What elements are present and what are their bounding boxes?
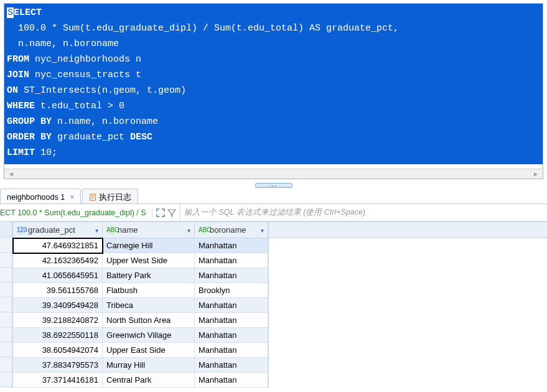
cell-graduate-pct[interactable]: 39.3409549428 — [13, 298, 103, 313]
results-grid-wrap: 123graduate_pct▾ABCname▾ABCboroname▾47.6… — [0, 222, 547, 388]
cell-graduate-pct[interactable]: 37.8834795573 — [13, 358, 103, 373]
chevron-down-icon[interactable]: ▾ — [261, 226, 264, 233]
cell-boroname[interactable]: Manhattan — [195, 298, 268, 313]
editor-horizontal-scrollbar[interactable]: ◄ ► — [4, 169, 543, 179]
tab-results-label: neighborhoods 1 — [7, 193, 65, 202]
cell-boroname[interactable]: Manhattan — [195, 343, 268, 358]
column-header-graduate_pct[interactable]: 123graduate_pct▾ — [13, 222, 103, 238]
row-handle[interactable] — [0, 253, 12, 268]
tab-log-label: 执行日志 — [99, 192, 131, 203]
cell-graduate-pct[interactable]: 38.6922550118 — [13, 328, 103, 343]
cell-name[interactable]: North Sutton Area — [103, 313, 195, 328]
text-type-icon: ABC — [199, 226, 207, 235]
table-row[interactable]: 47.6469321851Carnegie HillManhattan — [13, 238, 268, 253]
cell-graduate-pct[interactable]: 37.3714416181 — [13, 373, 103, 388]
cell-name[interactable]: Flatbush — [103, 283, 195, 298]
cell-name[interactable]: Carnegie Hill — [103, 238, 195, 253]
table-row[interactable]: 42.1632365492Upper West SideManhattan — [13, 253, 268, 268]
cell-boroname[interactable]: Manhattan — [195, 328, 268, 343]
filter-bar: ECT 100.0 * Sum(t.edu_graduate_dipl) / S… — [0, 204, 547, 222]
log-icon — [89, 194, 96, 201]
query-summary: ECT 100.0 * Sum(t.edu_graduate_dipl) / S — [0, 208, 152, 217]
cell-name[interactable]: Tribeca — [103, 298, 195, 313]
sql-editor-panel: SELECT 100.0 * Sum(t.edu_graduate_dipl) … — [4, 3, 543, 179]
table-row[interactable]: 39.3409549428TribecaManhattan — [13, 298, 268, 313]
cell-boroname[interactable]: Manhattan — [195, 238, 268, 253]
cell-boroname[interactable]: Manhattan — [195, 373, 268, 388]
panel-splitter[interactable]: ●●● — [0, 179, 547, 188]
column-header-name[interactable]: ABCname▾ — [103, 222, 195, 238]
row-number-gutter — [0, 222, 12, 388]
tab-results[interactable]: neighborhoods 1 × — [0, 189, 81, 203]
splitter-handle-icon[interactable]: ●●● — [255, 183, 292, 188]
cell-name[interactable]: Central Park — [103, 373, 195, 388]
table-row[interactable]: 41.0656645951Battery ParkManhattan — [13, 268, 268, 283]
tab-execution-log[interactable]: 执行日志 — [82, 189, 138, 203]
cell-graduate-pct[interactable]: 39.561155768 — [13, 283, 103, 298]
cell-name[interactable]: Upper West Side — [103, 253, 195, 268]
column-label: name — [118, 225, 138, 235]
text-type-icon: ABC — [106, 226, 115, 235]
row-handle[interactable] — [0, 312, 12, 327]
column-label: boroname — [210, 225, 246, 235]
cell-graduate-pct[interactable]: 39.2188240872 — [13, 313, 103, 328]
column-label: graduate_pct — [28, 225, 75, 235]
chevron-down-icon[interactable]: ▾ — [187, 226, 190, 233]
chevron-down-icon[interactable]: ▾ — [95, 226, 98, 233]
table-row[interactable]: 39.561155768FlatbushBrooklyn — [13, 283, 268, 298]
cell-boroname[interactable]: Manhattan — [195, 313, 268, 328]
results-grid[interactable]: 123graduate_pct▾ABCname▾ABCboroname▾47.6… — [12, 222, 268, 388]
close-icon[interactable]: × — [70, 193, 74, 202]
row-handle[interactable] — [0, 327, 12, 342]
cell-boroname[interactable]: Brooklyn — [195, 283, 268, 298]
cell-graduate-pct[interactable]: 47.6469321851 — [13, 238, 103, 253]
table-row[interactable]: 37.3714416181Central ParkManhattan — [13, 373, 268, 388]
cell-name[interactable]: Battery Park — [103, 268, 195, 283]
number-type-icon: 123 — [17, 226, 26, 235]
column-header-boroname[interactable]: ABCboroname▾ — [195, 222, 268, 238]
cell-name[interactable]: Greenwich Village — [103, 328, 195, 343]
scroll-right-icon[interactable]: ► — [533, 170, 539, 177]
table-row[interactable]: 37.8834795573Murray HillManhattan — [13, 358, 268, 373]
cell-boroname[interactable]: Manhattan — [195, 253, 268, 268]
table-row[interactable]: 38.6922550118Greenwich VillageManhattan — [13, 328, 268, 343]
table-row[interactable]: 39.2188240872North Sutton AreaManhattan — [13, 313, 268, 328]
grid-empty-space — [268, 222, 547, 388]
table-row[interactable]: 38.6054942074Upper East SideManhattan — [13, 343, 268, 358]
cell-graduate-pct[interactable]: 42.1632365492 — [13, 253, 103, 268]
row-handle[interactable] — [0, 268, 12, 282]
cell-boroname[interactable]: Manhattan — [195, 268, 268, 283]
cell-name[interactable]: Murray Hill — [103, 358, 195, 373]
cell-graduate-pct[interactable]: 38.6054942074 — [13, 343, 103, 358]
filter-input[interactable]: 输入一个 SQL 表达式来过滤结果 (使用 Ctrl+Space) — [180, 204, 547, 221]
row-handle[interactable] — [0, 238, 12, 253]
results-tabs: neighborhoods 1 × 执行日志 — [0, 188, 547, 204]
filter-funnel-icon[interactable] — [167, 208, 176, 217]
expand-icon[interactable] — [156, 208, 165, 217]
scroll-left-icon[interactable]: ◄ — [8, 170, 14, 177]
cell-name[interactable]: Upper East Side — [103, 343, 195, 358]
row-handle[interactable] — [0, 297, 12, 312]
sql-editor[interactable]: SELECT 100.0 * Sum(t.edu_graduate_dipl) … — [4, 4, 543, 164]
row-handle[interactable] — [0, 372, 12, 387]
cell-graduate-pct[interactable]: 41.0656645951 — [13, 268, 103, 283]
cell-boroname[interactable]: Manhattan — [195, 358, 268, 373]
row-handle[interactable] — [0, 357, 12, 372]
row-handle[interactable] — [0, 342, 12, 357]
row-handle[interactable] — [0, 282, 12, 297]
